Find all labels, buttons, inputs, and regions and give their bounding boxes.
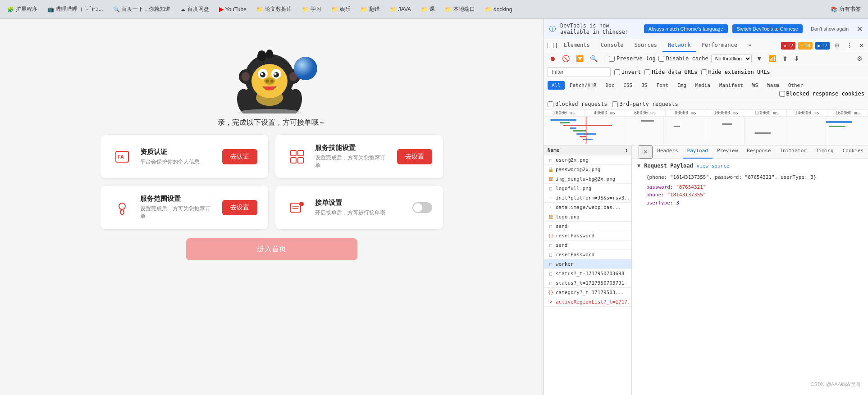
tab-elements[interactable]: Elements (558, 39, 595, 52)
list-item-error[interactable]: ✕ activeRegionList?_t=1717... (544, 297, 631, 307)
disable-cache-label[interactable]: Disable cache (658, 55, 708, 62)
service-skill-btn[interactable]: 去设置 (397, 149, 432, 164)
tab-performance[interactable]: Performance (696, 39, 743, 52)
list-item[interactable]: · data:image/webp;bas... (544, 203, 631, 212)
filter-input[interactable] (548, 67, 611, 77)
preserve-log-label[interactable]: Preserve log (609, 55, 656, 62)
close-devtools-btn[interactable]: ✕ (857, 41, 866, 50)
blocked-cookies-label[interactable]: Blocked response cookies (779, 91, 864, 97)
detail-tab-initiator[interactable]: Initiator (775, 145, 811, 159)
blocked-requests-checkbox[interactable] (548, 101, 553, 107)
java-bookmark[interactable]: 📁 JAVA (386, 5, 415, 14)
blocked-cookies-checkbox[interactable] (779, 91, 785, 97)
list-item[interactable]: 🔒 password@2x.png (544, 165, 631, 174)
res-tab-other[interactable]: Other (784, 81, 807, 90)
third-party-label[interactable]: 3rd-party requests (612, 101, 678, 107)
list-item[interactable]: {} resetPassword (544, 231, 631, 241)
tab-network[interactable]: Network (662, 39, 696, 52)
entertainment-bookmark[interactable]: 📁 娱乐 (328, 4, 354, 14)
local-port-bookmark[interactable]: 📁 本地端口 (441, 4, 479, 14)
wifi-icon-btn[interactable]: 📶 (767, 54, 778, 63)
preserve-log-checkbox[interactable] (609, 56, 615, 62)
detail-tab-preview[interactable]: Preview (713, 145, 742, 159)
bilibili-bookmark[interactable]: 📺 哔哩哔哩（ `- `)つ... (44, 4, 107, 14)
hide-extension-urls-checkbox[interactable] (701, 69, 707, 75)
extensions-btn[interactable]: 🧩 扩展程序 (4, 4, 41, 14)
res-tab-css[interactable]: CSS (619, 81, 636, 90)
hide-extension-urls-label[interactable]: Hide extension URLs (701, 69, 770, 75)
third-party-checkbox[interactable] (612, 101, 618, 107)
res-tab-wasm[interactable]: Wasm (763, 81, 783, 90)
sort-icon[interactable]: ↕ (625, 147, 628, 153)
hide-data-urls-label[interactable]: Hide data URLs (644, 69, 697, 75)
list-item[interactable]: 🖼 img_denglu-bg@2x.png (544, 174, 631, 184)
list-item[interactable]: □ logofull.png (544, 184, 631, 193)
tab-sources[interactable]: Sources (629, 39, 662, 52)
enter-home-btn[interactable]: 进入首页 (186, 238, 357, 260)
all-bookmarks[interactable]: 📚 所有书签 (827, 4, 864, 14)
receive-order-toggle[interactable] (412, 202, 432, 213)
detail-tab-cookies[interactable]: Cookies (838, 145, 868, 159)
record-btn[interactable]: ⏺ (548, 54, 557, 63)
translate-bookmark[interactable]: 📁 翻译 (357, 4, 384, 14)
detail-tab-timing[interactable]: Timing (811, 145, 838, 159)
list-item[interactable]: □ status?_t=1717950703698 (544, 269, 631, 278)
res-tab-all[interactable]: All (548, 81, 565, 90)
docking-bookmark[interactable]: 📁 docking (481, 5, 516, 14)
lesson-bookmark[interactable]: 📁 课 (417, 4, 439, 14)
switch-chinese-btn[interactable]: Switch DevTools to Chinese (732, 24, 803, 33)
qualification-btn[interactable]: 去认证 (222, 149, 257, 164)
payload-tree-expand[interactable]: ▼ (637, 163, 640, 169)
detail-tab-response[interactable]: Response (742, 145, 775, 159)
blocked-requests-label[interactable]: Blocked requests (548, 101, 608, 107)
list-item[interactable]: □ status?_t=1717950703791 (544, 278, 631, 288)
res-tab-js[interactable]: JS (637, 81, 651, 90)
res-tab-doc[interactable]: Doc (601, 81, 618, 90)
baidu-search-bookmark[interactable]: 🔍 百度一下，你就知道 (110, 4, 174, 14)
network-settings-btn[interactable]: ⚙ (855, 54, 864, 63)
throttle-dropdown-btn[interactable]: ▼ (754, 54, 764, 63)
res-tab-font[interactable]: Font (652, 81, 672, 90)
close-notification-btn[interactable]: ✕ (857, 25, 863, 33)
detail-tab-payload[interactable]: Payload (683, 145, 713, 159)
close-detail-btn[interactable]: ✕ (639, 145, 653, 159)
import-btn[interactable]: ⬆ (781, 54, 790, 63)
youtube-bookmark[interactable]: ▶ YouTube (215, 5, 250, 14)
filter-icon-btn[interactable]: 🔽 (574, 54, 585, 63)
dont-show-btn[interactable]: Don't show again (807, 24, 852, 33)
device-icon[interactable] (553, 43, 557, 48)
study-bookmark[interactable]: 📁 学习 (298, 4, 325, 14)
list-item[interactable]: · init?platform=JS&s=rsv3... (544, 193, 631, 203)
invert-checkbox[interactable] (614, 69, 620, 75)
tab-console[interactable]: Console (595, 39, 629, 52)
throttling-select[interactable]: No throttling Slow 3G Fast 3G Offline (711, 54, 752, 63)
more-options-btn[interactable]: ⋮ (845, 41, 854, 50)
settings-btn[interactable]: ⚙ (832, 41, 842, 50)
list-item[interactable]: □ user@2x.png (544, 155, 631, 165)
baidu-disk-bookmark[interactable]: ☁ 百度网盘 (177, 4, 213, 14)
res-tab-ws[interactable]: WS (748, 81, 762, 90)
clear-btn[interactable]: 🚫 (560, 54, 571, 63)
list-item[interactable]: {} category?_t=17179503... (544, 288, 631, 297)
tab-more[interactable]: » (743, 39, 757, 52)
res-tab-fetch[interactable]: Fetch/XHR (566, 81, 601, 90)
list-item[interactable]: □ send (544, 241, 631, 250)
search-btn[interactable]: 🔍 (588, 54, 599, 63)
paper-db-bookmark[interactable]: 📁 论文数据库 (253, 4, 296, 14)
list-item[interactable]: 🖼 logo.png (544, 212, 631, 222)
list-item[interactable]: □ resetPassword (544, 250, 631, 259)
inspect-icon[interactable] (548, 43, 551, 48)
hide-data-urls-checkbox[interactable] (644, 69, 650, 75)
list-item-worker[interactable]: □ worker (544, 259, 631, 269)
res-tab-img[interactable]: Img (673, 81, 690, 90)
res-tab-media[interactable]: Media (691, 81, 714, 90)
res-tab-manifest[interactable]: Manifest (715, 81, 747, 90)
export-btn[interactable]: ⬇ (792, 54, 801, 63)
service-range-btn[interactable]: 去设置 (222, 200, 257, 215)
disable-cache-checkbox[interactable] (658, 56, 664, 62)
detail-tab-headers[interactable]: Headers (653, 145, 682, 159)
match-language-btn[interactable]: Always match Chrome's language (644, 24, 728, 33)
view-source-link[interactable]: view source (697, 163, 730, 169)
invert-checkbox-label[interactable]: Invert (614, 69, 641, 75)
list-item[interactable]: □ send (544, 222, 631, 231)
